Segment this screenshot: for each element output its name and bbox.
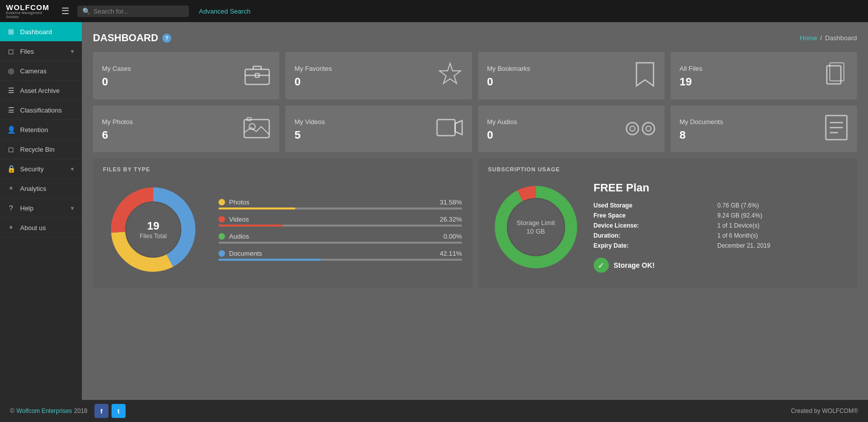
stat-card-my-audios[interactable]: My Audios 0 [478, 106, 665, 152]
about-us-icon: ⚬ [7, 224, 15, 232]
arrow-icon: ▼ [70, 49, 75, 54]
analytics-icon: ⚬ [7, 184, 15, 192]
stat-card-my-cases[interactable]: My Cases 0 [93, 52, 279, 99]
page-title: DASHBOARD ? [93, 32, 171, 44]
footer-company-link[interactable]: Wolfcom Enterprises [17, 407, 72, 414]
sub-label-duration: Duration: [594, 231, 718, 241]
content: DASHBOARD ? Home / Dashboard My Cases 0 [82, 22, 868, 400]
stat-card-my-bookmarks[interactable]: My Bookmarks 0 [478, 52, 665, 99]
breadcrumb-current: Dashboard [825, 34, 857, 42]
sub-row-used-storage: Used Storage 0.76 GB (7.6%) [594, 200, 847, 210]
storage-ok-label: Storage OK! [614, 261, 655, 269]
files-by-type-content: 19 Files Total Photos 31.58% [103, 179, 462, 280]
sub-row-expiry: Expiry Date: December 21, 2019 [594, 241, 847, 251]
asset-archive-icon: ☰ [7, 86, 15, 94]
legend-pct-audios: 0.00% [440, 233, 462, 240]
sidebar-label-classifications: Classifications [20, 107, 62, 114]
help-icon: ? [7, 204, 15, 212]
stat-info-my-audios: My Audios 0 [487, 118, 517, 142]
svg-rect-9 [437, 120, 455, 136]
legend-name-photos: Photos [229, 198, 436, 206]
svg-point-27 [508, 199, 564, 255]
sidebar-item-help[interactable]: ? Help ▼ [0, 198, 82, 218]
stat-card-my-favorites[interactable]: My Favorites 0 [285, 52, 472, 99]
svg-point-23 [126, 202, 180, 257]
photos-icon [243, 117, 270, 143]
legend-dot-videos [219, 216, 225, 223]
subscription-panel: SUBSCRIPTION USAGE Storage Limit [478, 158, 857, 288]
sub-value-expiry: December 21, 2019 [717, 241, 847, 251]
twitter-button[interactable]: t [112, 404, 126, 418]
sub-value-device-license: 1 of 1 Device(s) [717, 221, 847, 231]
legend-dot-audios [219, 233, 225, 240]
legend-item-photos: Photos 31.58% [219, 198, 462, 209]
sidebar-item-retention[interactable]: 👤 Retention [0, 120, 82, 140]
stat-info-my-favorites: My Favorites 0 [294, 65, 332, 88]
bottom-row: FILES BY TYPE [93, 158, 857, 288]
legend-item-audios: Audios 0.00% [219, 233, 462, 244]
stat-card-my-photos[interactable]: My Photos 6 [93, 106, 279, 152]
stat-value-all-files: 19 [680, 75, 703, 88]
stat-label-my-bookmarks: My Bookmarks [487, 65, 530, 72]
stat-card-my-documents[interactable]: My Documents 8 [671, 106, 857, 152]
advanced-search-link[interactable]: Advanced Search [199, 8, 251, 15]
search-input[interactable] [93, 8, 184, 15]
sidebar-item-asset-archive[interactable]: ☰ Asset Archive [0, 81, 82, 100]
sidebar-item-cameras[interactable]: ◎ Cameras [0, 61, 82, 81]
sidebar-label-about-us: About us [20, 224, 46, 232]
legend-dot-photos [219, 199, 225, 205]
stat-info-my-cases: My Cases 0 [102, 65, 131, 88]
sidebar-label-security: Security [20, 165, 44, 173]
help-badge[interactable]: ? [162, 34, 171, 43]
sidebar-item-dashboard[interactable]: ⊞ Dashboard [0, 22, 82, 42]
stat-value-my-documents: 8 [680, 129, 723, 142]
stat-card-my-videos[interactable]: My Videos 5 [285, 106, 472, 152]
sidebar-item-classifications[interactable]: ☰ Classifications [0, 100, 82, 120]
footer-right: Created by WOLFCOM® [791, 407, 858, 414]
sidebar-item-security[interactable]: 🔒 Security ▼ [0, 159, 82, 179]
facebook-button[interactable]: f [94, 404, 108, 418]
stat-cards-row-1: My Cases 0 My Favorites 0 [93, 52, 857, 99]
stat-label-my-favorites: My Favorites [294, 65, 332, 72]
sidebar-item-about-us[interactable]: ⚬ About us [0, 218, 82, 238]
search-wrap: 🔍 [77, 6, 189, 17]
legend: Photos 31.58% Videos 26.32% [219, 198, 462, 261]
sidebar-item-recycle-bin[interactable]: ◻ Recycle Bin [0, 140, 82, 159]
stat-label-all-files: All Files [680, 65, 703, 72]
logo-text: WOLFCOM [6, 4, 51, 11]
sub-label-used-storage: Used Storage [594, 200, 718, 210]
breadcrumb-home[interactable]: Home [800, 34, 817, 42]
files-by-type-panel: FILES BY TYPE [93, 158, 472, 288]
sub-table: Used Storage 0.76 GB (7.6%) Free Space 9… [594, 200, 847, 251]
recycle-bin-icon: ◻ [7, 145, 15, 153]
social-icons: f t [94, 404, 126, 418]
sidebar-label-files: Files [20, 48, 34, 55]
stat-label-my-photos: My Photos [102, 118, 133, 126]
hamburger-icon[interactable]: ☰ [61, 6, 69, 17]
classifications-icon: ☰ [7, 106, 15, 114]
sub-plan: FREE Plan [594, 181, 847, 194]
bookmark-icon [634, 61, 656, 92]
sidebar-item-files[interactable]: ◻ Files ▼ [0, 42, 82, 61]
sub-info: FREE Plan Used Storage 0.76 GB (7.6%) Fr… [594, 181, 847, 273]
all-files-icon [823, 62, 848, 91]
subscription-title: SUBSCRIPTION USAGE [488, 166, 847, 172]
search-icon: 🔍 [82, 8, 90, 15]
svg-point-10 [626, 123, 638, 135]
files-by-type-title: FILES BY TYPE [103, 166, 462, 172]
sub-value-free-space: 9.24 GB (92.4%) [717, 210, 847, 221]
logo-sub: Evidence Management Solution [6, 11, 51, 19]
stat-value-my-cases: 0 [102, 75, 131, 88]
svg-rect-6 [244, 120, 269, 138]
cameras-icon: ◎ [7, 67, 15, 75]
dashboard-icon: ⊞ [7, 28, 15, 36]
sidebar-label-dashboard: Dashboard [20, 28, 52, 36]
legend-pct-videos: 26.32% [440, 216, 462, 223]
legend-pct-documents: 42.11% [440, 250, 462, 257]
stat-label-my-audios: My Audios [487, 118, 517, 126]
sidebar-item-analytics[interactable]: ⚬ Analytics [0, 179, 82, 198]
stat-card-all-files[interactable]: All Files 19 [671, 52, 857, 99]
svg-point-13 [646, 126, 651, 131]
svg-point-11 [630, 126, 635, 131]
sidebar-label-retention: Retention [20, 126, 48, 134]
